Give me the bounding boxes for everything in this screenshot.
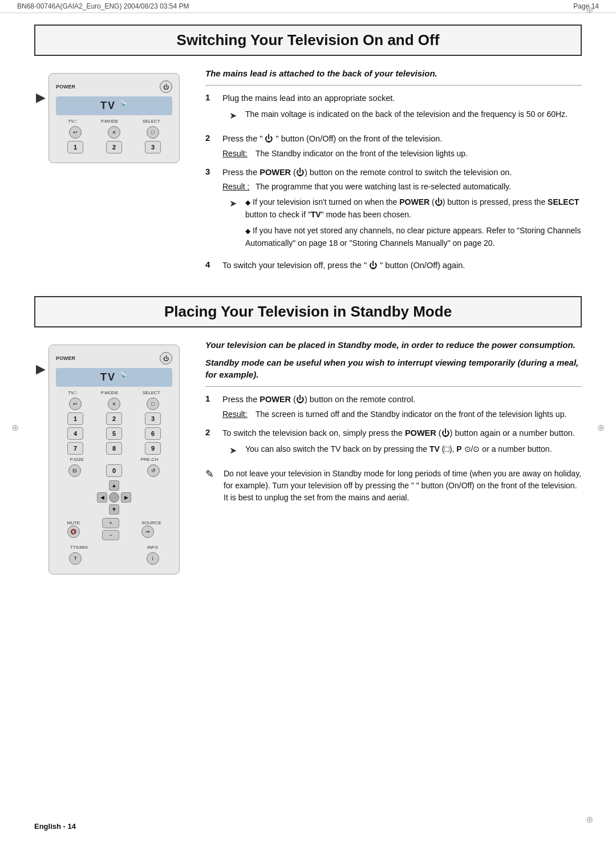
step-2-result: Result: The Standby indicator on the fro… — [222, 148, 582, 160]
section2-steps: 1 Press the POWER (⏻) button on the remo… — [205, 394, 582, 461]
section1-title: Switching Your Television On and Off — [47, 31, 569, 49]
step-1-num: 1 — [205, 92, 216, 102]
reg-mark-top-right: ⊕ — [586, 5, 593, 15]
step-1-sub1-text: The main voltage is indicated on the bac… — [245, 108, 568, 120]
mute-label: MUTE — [67, 520, 80, 525]
remote-special-row-2: ⊟ 0 ↺ — [56, 464, 172, 477]
s2-step-2-sub1: ➤ You can also switch the TV back on by … — [229, 443, 582, 458]
step-3-sub1-text: If your television isn't turned on when … — [245, 197, 579, 219]
step-2-text: Press the " ⏻ " button (On/Off) on the f… — [222, 134, 442, 143]
remote-num-row-2b: 4 5 6 — [56, 427, 172, 440]
remote-btn-tv-1: ↩ — [69, 126, 82, 139]
step-3-result: Result : The programme that you were wat… — [222, 181, 582, 193]
step-2-result-label: Result: — [222, 148, 251, 160]
remote-btn-source: ⇒ — [141, 525, 154, 538]
s2-step-2-sub1-text: You can also switch the TV back on by pr… — [245, 443, 552, 455]
section2-left-col: ▶ POWER ⏻ TV 📡 TV□ P.MODE — [34, 339, 194, 574]
step-2: 2 Press the " ⏻ " button (On/Off) on the… — [205, 133, 582, 160]
remote-btn-pmode-2: ≡ — [108, 398, 120, 410]
remote-tv-display-1: TV 📡 — [56, 96, 172, 115]
remote-top-2: POWER ⏻ — [56, 352, 172, 365]
remote-nav-area: ▲ ▼ ◀ ▶ — [56, 480, 172, 515]
s2-step-1-result-label: Result: — [222, 408, 251, 420]
step-1-text: Plug the mains lead into an appropriate … — [222, 94, 395, 103]
remote-btn-vol-down: − — [102, 530, 119, 540]
section2-title-box: Placing Your Television in Standby Mode — [34, 296, 582, 327]
remote-power-btn-2: ⏻ — [160, 352, 172, 365]
remote-num-row-1: 1 2 3 — [56, 141, 172, 153]
remote-btn-1: 1 — [67, 141, 83, 153]
s2-step-2-content: To switch the television back on, simply… — [222, 427, 582, 461]
header-bar: BN68-00746A(GAIA2_Euro_ENG) 2004/08/23 0… — [0, 0, 616, 13]
s2-step-2-num: 2 — [205, 427, 216, 437]
remote-btn-vol-up: + — [102, 518, 119, 528]
section2-body: ▶ POWER ⏻ TV 📡 TV□ P.MODE — [34, 339, 582, 574]
remote-labels-row-1: TV□ P.MODE SELECT — [56, 119, 172, 124]
remote-btn-psize: ⊟ — [68, 464, 81, 477]
page-content: Switching Your Television On and Off ▶ P… — [0, 13, 616, 609]
s2-step-1-num: 1 — [205, 394, 216, 403]
s2-step-1-result-text: The screen is turned off and the Standby… — [256, 408, 566, 420]
reg-mark-mid-left: ⊕ — [11, 422, 19, 433]
note-icon: ✎ — [205, 468, 219, 480]
section2-intro1: Your television can be placed in Standby… — [205, 339, 582, 351]
remote-btn-2: 2 — [106, 141, 122, 153]
section2-right-col: Your television can be placed in Standby… — [205, 339, 582, 574]
remote-image-1: POWER ⏻ TV 📡 TV□ P.MODE SELECT — [48, 73, 180, 163]
footer-text: English - 14 — [34, 822, 76, 831]
step-1-sub1: ➤ The main voltage is indicated on the b… — [229, 108, 582, 123]
note-text: Do not leave your television in Standby … — [224, 468, 582, 504]
remote-btn-info: i — [147, 552, 159, 565]
remote-bottom-btns: T i — [56, 552, 172, 565]
remote-wrapper-2: ▶ POWER ⏻ TV 📡 TV□ P.MODE — [48, 345, 180, 574]
remote-wrapper-1: ▶ POWER ⏻ TV 📡 TV□ P.MODE — [48, 73, 180, 163]
section1-steps: 1 Plug the mains lead into an appropriat… — [205, 92, 582, 272]
step-4: 4 To switch your television off, press t… — [205, 260, 582, 272]
remote-btn-1b: 1 — [67, 412, 83, 425]
step-3-sub2-text: If you have not yet stored any channels,… — [245, 226, 581, 248]
remote-labels-row-2b: P.SIZE PRE-CH — [56, 457, 172, 462]
remote-btn-ttx: T — [69, 552, 82, 565]
remote-tv-display-2: TV 📡 — [56, 368, 172, 387]
arrow-sym-2a: ➤ — [229, 444, 241, 458]
step-3-sub1: ➤ ◆ If your television isn't turned on w… — [229, 196, 582, 221]
reg-mark-bottom-right: ⊕ — [586, 814, 593, 825]
remote-power-btn-1: ⏻ — [160, 80, 172, 93]
remote-btn-tv-2: ↩ — [69, 398, 82, 410]
remote-btn-prech: ↺ — [147, 464, 160, 477]
s2-step-1-result: Result: The screen is turned off and the… — [222, 408, 582, 420]
remote-top-1: POWER ⏻ — [56, 80, 172, 93]
nav-right: ▶ — [121, 492, 131, 503]
remote-labels-row-2: TV□ P.MODE SELECT — [56, 390, 172, 395]
remote-mute-row: MUTE 🔇 + − SOURCE ⇒ — [56, 518, 172, 540]
step-3-content: Press the POWER (⏻) button on the remote… — [222, 167, 582, 253]
section2-title: Placing Your Television in Standby Mode — [47, 303, 569, 321]
remote-btn-select-2: □ — [147, 398, 159, 410]
remote-btn-pmode-1: ≡ — [108, 126, 120, 139]
step-3-sub2: ◆ If you have not yet stored any channel… — [229, 225, 582, 250]
remote-btn-6: 6 — [145, 427, 161, 440]
s2-step-1-text: Press the POWER (⏻) button on the remote… — [222, 395, 415, 404]
remote-button-row-2: ↩ ≡ □ — [56, 398, 172, 410]
step-1-content: Plug the mains lead into an appropriate … — [222, 92, 582, 126]
section2-divider — [205, 386, 582, 387]
remote-btn-5: 5 — [106, 427, 122, 440]
section2-note: ✎ Do not leave your television in Standb… — [205, 468, 582, 504]
remote-num-row-2c: 7 8 9 — [56, 442, 172, 455]
remote-nav-cross: ▲ ▼ ◀ ▶ — [97, 480, 131, 515]
section1-divider — [205, 85, 582, 86]
step-2-num: 2 — [205, 133, 216, 143]
step-4-content: To switch your television off, press the… — [222, 260, 582, 272]
s2-step-1-content: Press the POWER (⏻) button on the remote… — [222, 394, 582, 420]
section1-intro: The mains lead is attached to the back o… — [205, 67, 582, 79]
step-4-num: 4 — [205, 260, 216, 269]
section1-right-col: The mains lead is attached to the back o… — [205, 67, 582, 279]
remote-btn-3b: 3 — [145, 412, 161, 425]
section1-title-box: Switching Your Television On and Off — [34, 25, 582, 56]
s2-step-2: 2 To switch the television back on, simp… — [205, 427, 582, 461]
reg-mark-mid-right: ⊕ — [597, 422, 605, 433]
step-1: 1 Plug the mains lead into an appropriat… — [205, 92, 582, 126]
nav-down: ▼ — [109, 504, 119, 515]
remote-btn-mute: 🔇 — [67, 525, 80, 538]
step-3-text: Press the POWER (⏻) button on the remote… — [222, 168, 512, 177]
